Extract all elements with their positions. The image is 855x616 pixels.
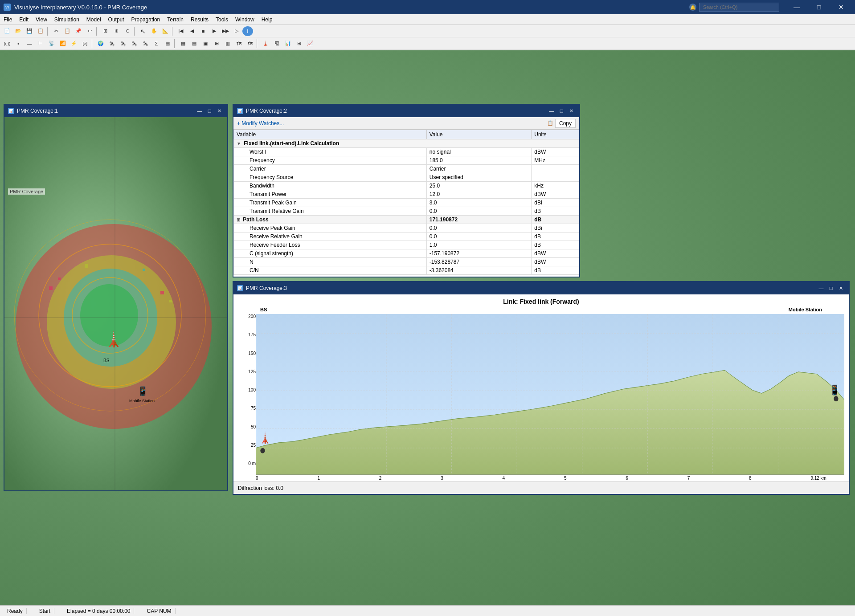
- tb-time-back[interactable]: ◀: [187, 26, 197, 36]
- tb-sum[interactable]: Σ: [151, 39, 162, 49]
- tb-measure[interactable]: 📐: [160, 26, 171, 36]
- tb-cut[interactable]: ✂: [51, 26, 61, 36]
- maximize-button[interactable]: □: [809, 0, 829, 14]
- cell-n-units: dBW: [532, 258, 579, 266]
- tb-antenna1[interactable]: 📡: [46, 39, 57, 49]
- tb-stop[interactable]: ■: [198, 26, 209, 36]
- menu-terrain[interactable]: Terrain: [164, 14, 187, 25]
- tb-map2[interactable]: 🗺: [245, 39, 255, 49]
- menu-window[interactable]: Window: [232, 14, 258, 25]
- tb-spec[interactable]: 📈: [305, 39, 315, 49]
- tb-x[interactable]: [×]: [80, 39, 90, 49]
- table-row-group2: ⊞ Path Loss 171.190872 dB: [234, 216, 579, 224]
- tb-copy[interactable]: 📋: [62, 26, 73, 36]
- y-label-0: 0 m: [248, 461, 256, 466]
- coverage2-close[interactable]: ✕: [567, 106, 576, 115]
- menu-file[interactable]: File: [0, 14, 16, 25]
- workspace: 📊 PMR Coverage:1 — □ ✕: [0, 50, 855, 616]
- menu-view[interactable]: View: [32, 14, 51, 25]
- table-row-frequency: Frequency 185.0 MHz: [234, 156, 579, 165]
- tb-zoom-in[interactable]: ⊕: [111, 26, 122, 36]
- tb-grid1[interactable]: ▦: [178, 39, 188, 49]
- coverage2-minimize[interactable]: —: [547, 106, 556, 115]
- menu-simulation[interactable]: Simulation: [51, 14, 83, 25]
- tb-time-back-start[interactable]: |◀: [176, 26, 186, 36]
- menu-tools[interactable]: Tools: [212, 14, 232, 25]
- coverage1-minimize[interactable]: —: [195, 106, 204, 115]
- tb-info[interactable]: i: [242, 26, 253, 36]
- tb-grid2[interactable]: ▤: [189, 39, 200, 49]
- tb-undo[interactable]: ↩: [84, 26, 95, 36]
- tb-saveas[interactable]: 📋: [35, 26, 46, 36]
- table-row-carrier: Carrier Carrier: [234, 165, 579, 173]
- copy-button[interactable]: Copy: [555, 119, 576, 128]
- tb-zoom-fit[interactable]: ⊞: [100, 26, 110, 36]
- title-bar: VI Visualyse Interplanetary V0.0.15.0 - …: [0, 0, 855, 14]
- tb-chart[interactable]: 📊: [282, 39, 293, 49]
- tb-sat1[interactable]: 🛰: [106, 39, 117, 49]
- cell-pathloss-units: dB: [532, 216, 579, 224]
- tb-dot[interactable]: •: [13, 39, 24, 49]
- tb-grid3[interactable]: ▣: [200, 39, 211, 49]
- search-input[interactable]: [699, 3, 779, 12]
- cell-freq-units: MHz: [532, 156, 579, 165]
- tb-bracket[interactable]: ⊢: [35, 39, 46, 49]
- svg-point-24: [834, 396, 838, 401]
- coverage3-close[interactable]: ✕: [836, 284, 845, 293]
- tb-earth[interactable]: 🌍: [95, 39, 106, 49]
- menu-model[interactable]: Model: [83, 14, 105, 25]
- group2-title: Path Loss: [243, 216, 268, 223]
- tb-zoom-out[interactable]: ⊖: [122, 26, 133, 36]
- tb-line[interactable]: —: [24, 39, 35, 49]
- tb-radio[interactable]: ((·)): [2, 39, 12, 49]
- tb-play[interactable]: ▷: [231, 26, 242, 36]
- toolbar-area: 📄 📂 💾 📋 ✂ 📋 📌 ↩ ⊞ ⊕ ⊖ ↖ ✋ 📐 |◀ ◀ ■ ▶ ▶▶ …: [0, 25, 855, 50]
- tb-save[interactable]: 💾: [24, 26, 35, 36]
- sep7: [257, 39, 259, 48]
- tb-fast-fwd[interactable]: ▶▶: [220, 26, 231, 36]
- map-content[interactable]: 🗼 BS 📱 Mobile Station PMR Coverage: [4, 117, 227, 490]
- coverage1-close[interactable]: ✕: [215, 106, 224, 115]
- tb-map[interactable]: 🗺: [233, 39, 244, 49]
- menu-help[interactable]: Help: [258, 14, 276, 25]
- tb-paste[interactable]: 📌: [73, 26, 84, 36]
- tb-grid5[interactable]: ▥: [222, 39, 233, 49]
- tb-antenna2[interactable]: 📶: [57, 39, 68, 49]
- tb-sat2[interactable]: 🛰: [118, 39, 128, 49]
- coverage2-maximize[interactable]: □: [557, 106, 566, 115]
- sep6: [174, 39, 176, 48]
- chart-svg-container[interactable]: 🗼 📱: [256, 314, 844, 475]
- tb-table[interactable]: ▤: [162, 39, 173, 49]
- cell-rxfl-name: Receive Feeder Loss: [234, 241, 427, 249]
- y-label-175: 175: [248, 332, 256, 337]
- minimize-button[interactable]: —: [786, 0, 807, 14]
- tb-new[interactable]: 📄: [2, 26, 12, 36]
- tb-step-fwd[interactable]: ▶: [209, 26, 220, 36]
- tb-cursor[interactable]: ↖: [138, 26, 148, 36]
- coverage3-maximize[interactable]: □: [826, 284, 835, 293]
- menu-edit[interactable]: Edit: [16, 14, 32, 25]
- close-button[interactable]: ✕: [831, 0, 851, 14]
- menu-output[interactable]: Output: [105, 14, 128, 25]
- cell-csig-name: C (signal strength): [234, 249, 427, 258]
- notification-icon[interactable]: 🔔: [689, 4, 696, 11]
- modify-watches-btn[interactable]: + Modify Watches...: [237, 120, 284, 126]
- tb-open[interactable]: 📂: [13, 26, 24, 36]
- group1-expand-icon[interactable]: ▼: [237, 141, 241, 146]
- tb-sat3[interactable]: 🛰: [129, 39, 139, 49]
- tb-tower[interactable]: 🗼: [260, 39, 271, 49]
- tb-grid6[interactable]: ⊞: [294, 39, 304, 49]
- menu-results[interactable]: Results: [187, 14, 212, 25]
- coverage1-maximize[interactable]: □: [205, 106, 214, 115]
- menu-propagation[interactable]: Propagation: [128, 14, 164, 25]
- coverage3-minimize[interactable]: —: [817, 284, 826, 293]
- tb-grid4[interactable]: ⊞: [211, 39, 222, 49]
- chart-title: Link: Fixed link (Forward): [233, 294, 849, 305]
- x-label-1: 1: [317, 476, 320, 481]
- tb-pan[interactable]: ✋: [149, 26, 160, 36]
- tb-build[interactable]: 🏗: [271, 39, 282, 49]
- group2-expand-icon[interactable]: ⊞: [237, 217, 240, 222]
- tb-sat4[interactable]: 🛰: [140, 39, 151, 49]
- data-table-container[interactable]: Variable Value Units ▼ Fixed link.(start…: [233, 130, 579, 277]
- tb-signal[interactable]: ⚡: [69, 39, 79, 49]
